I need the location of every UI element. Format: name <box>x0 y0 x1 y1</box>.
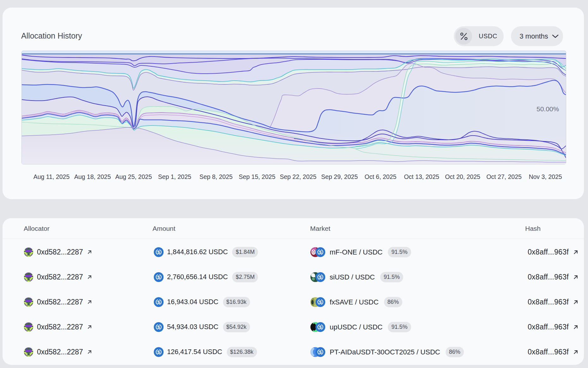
svg-text:$: $ <box>157 299 160 305</box>
svg-text:$: $ <box>157 324 160 330</box>
svg-text:$: $ <box>157 249 160 255</box>
svg-text:$: $ <box>157 274 160 280</box>
svg-text:$: $ <box>157 349 160 355</box>
svg-text:$: $ <box>319 324 322 330</box>
svg-text:$: $ <box>319 274 322 280</box>
svg-text:$: $ <box>319 299 322 305</box>
svg-text:$: $ <box>319 249 322 255</box>
svg-text:$: $ <box>319 349 322 355</box>
